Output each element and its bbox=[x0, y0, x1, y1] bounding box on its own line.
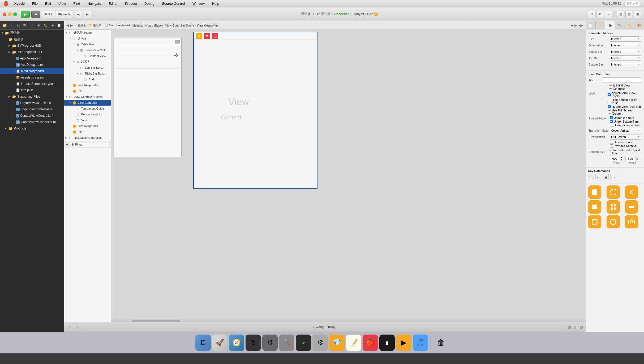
sidebar-item-supporting[interactable]: ▶ 📂 Supporting Files bbox=[0, 93, 64, 100]
status-bar-select[interactable]: Inferred▼ bbox=[610, 49, 641, 54]
adjust-scroll-checkbox[interactable] bbox=[608, 93, 611, 96]
size-select[interactable]: Inferred▼ bbox=[610, 36, 641, 42]
stop-button[interactable]: ■ bbox=[31, 11, 40, 18]
scene-item-tongxunlu-scene[interactable]: ▼ ◻ 通讯录 Scene bbox=[64, 30, 111, 36]
scene-item-first-responder-2[interactable]: ⬤ First Responder bbox=[64, 123, 111, 129]
full-screen-checkbox[interactable] bbox=[608, 110, 611, 114]
menu-product[interactable]: Product bbox=[123, 1, 139, 6]
sidebar-item-root[interactable]: ▼ 📁 通讯录 bbox=[0, 30, 64, 36]
hide-bottom-checkbox[interactable] bbox=[608, 100, 611, 103]
breadcrumb-nav-left[interactable]: ◀ bbox=[571, 23, 573, 27]
sidebar-folder-btn[interactable]: 📁 bbox=[2, 23, 8, 28]
top-bar-select[interactable]: Inferred▼ bbox=[610, 55, 641, 61]
warning-badge[interactable]: 3 bbox=[374, 12, 378, 16]
scene-item-exit-2[interactable]: ⬤ Exit bbox=[64, 129, 111, 135]
sidebar-test-btn[interactable]: ◉ bbox=[36, 23, 42, 28]
zoom-reset-btn[interactable]: ⊡ bbox=[580, 325, 583, 329]
toolbar-editor-version[interactable]: ↔ bbox=[605, 11, 612, 18]
icon-tile-strip[interactable] bbox=[625, 200, 638, 214]
h-any-btn[interactable]: h hAny bbox=[326, 325, 335, 329]
breadcrumb-item-5[interactable]: View Controller bbox=[197, 24, 218, 27]
outline-filter-btn[interactable]: ⚙ Filter bbox=[70, 142, 109, 147]
menu-xcode[interactable]: Xcode bbox=[13, 1, 26, 6]
minimize-btn[interactable] bbox=[8, 12, 12, 16]
sidebar-item-launchscreen[interactable]: 📋 LaunchScreen.storyboard bbox=[0, 81, 64, 87]
zoom-btn[interactable] bbox=[13, 12, 17, 16]
dock-app5[interactable]: ⚙ bbox=[262, 335, 278, 351]
expand-btn[interactable]: ▭ bbox=[175, 40, 180, 44]
scene-item-content-view[interactable]: ▢ Content View bbox=[64, 53, 111, 59]
canvas-icon-heart[interactable]: ❤ bbox=[204, 33, 210, 39]
icon-tile-dashed-rect[interactable] bbox=[607, 185, 620, 199]
sidebar-symbol-btn[interactable]: { } bbox=[15, 23, 22, 28]
icon-tile-square[interactable] bbox=[588, 185, 601, 199]
menu-help[interactable]: Help bbox=[211, 1, 221, 6]
breadcrumb-expand[interactable]: ◀▶ bbox=[578, 23, 583, 27]
dock-notes[interactable]: 📝 bbox=[346, 335, 361, 351]
scrollbar-thumb[interactable] bbox=[132, 320, 180, 322]
dock-settings[interactable]: ⚙ bbox=[312, 335, 328, 351]
toolbar-debug-panel[interactable]: ▥ bbox=[625, 11, 633, 18]
dock-trash[interactable]: 🗑 bbox=[433, 335, 449, 351]
width-input[interactable]: 600 bbox=[610, 156, 620, 161]
defines-context-checkbox[interactable] bbox=[610, 141, 613, 144]
dock-safari[interactable]: 🧭 bbox=[229, 335, 244, 351]
toolbar-nav-next[interactable]: ▶ bbox=[84, 11, 91, 18]
toolbar-right-panel[interactable]: ▦ bbox=[634, 11, 641, 18]
scene-item-vc-scene[interactable]: ▼ ◻ View Controller Scene bbox=[64, 94, 111, 100]
dock-terminal2[interactable]: ▮ bbox=[379, 335, 395, 351]
title-input[interactable] bbox=[602, 77, 641, 83]
dock-finder[interactable]: 🖥 bbox=[195, 335, 211, 351]
icon-tile-grid[interactable] bbox=[607, 200, 620, 214]
canvas-icon-star[interactable]: ⭐ bbox=[196, 33, 202, 39]
icon-toolbar-code[interactable]: {} bbox=[595, 174, 601, 180]
toolbar-editor-assistant[interactable]: ⊟ bbox=[596, 11, 604, 18]
rs-tab-attributes[interactable]: ⚡ bbox=[596, 21, 606, 29]
apple-menu[interactable]: 🍎 bbox=[3, 1, 8, 6]
transition-select[interactable]: Cover Vertical▼ bbox=[610, 128, 641, 133]
right-scene-frame[interactable]: ⭐ ❤ 📕 View Content bbox=[193, 32, 317, 189]
sidebar-item-products[interactable]: ▶ 📂 Products bbox=[0, 125, 64, 132]
breadcrumb-item-3[interactable]: Main.storyboard (Base) bbox=[132, 24, 163, 27]
dock-pp[interactable]: 🍎 bbox=[363, 335, 378, 351]
breadcrumb-item-1[interactable]: 📂 通讯录 bbox=[88, 23, 102, 27]
scene-item-right-bar[interactable]: ▼ ▢ Right Bar Butt... bbox=[64, 71, 111, 76]
icon-tile-back[interactable] bbox=[625, 185, 638, 199]
device-btn[interactable]: □ bbox=[572, 325, 574, 329]
scene-item-tongxunlu-vc[interactable]: ▼ ◻ 通讯录 bbox=[64, 36, 111, 41]
menu-file[interactable]: File bbox=[31, 1, 39, 6]
sidebar-search-btn[interactable]: 🔍 bbox=[22, 23, 28, 28]
breadcrumb-item-0[interactable]: 通讯录 bbox=[77, 23, 86, 27]
under-opaque-checkbox[interactable] bbox=[610, 124, 613, 127]
dock-app14[interactable]: 🎵 bbox=[413, 335, 428, 351]
dock-launchpad[interactable]: 🚀 bbox=[212, 335, 227, 351]
sidebar-item-assets[interactable]: 📦 Assets.xcassets bbox=[0, 74, 64, 81]
sidebar-item-group[interactable]: ▼ 📂 通讯录 bbox=[0, 36, 64, 42]
sidebar-item-main-storyboard[interactable]: 📋 Main.storyboard bbox=[0, 68, 64, 74]
breadcrumb-item-2[interactable]: 📋 Main.storyboard bbox=[104, 24, 130, 27]
scheme-selector[interactable]: 通讯录 iPhone 6s bbox=[42, 11, 73, 18]
sidebar-item-contactvc-h[interactable]: h ContactViewController.h bbox=[0, 112, 64, 119]
scene-item-top-layout[interactable]: ▢ Top Layout Guide bbox=[64, 106, 111, 111]
breadcrumb-nav-right[interactable]: ▶ bbox=[574, 23, 577, 27]
sidebar-breakpoints-btn[interactable]: ◆ bbox=[49, 23, 56, 28]
under-top-checkbox[interactable] bbox=[610, 116, 613, 119]
dock-terminal[interactable]: > bbox=[296, 335, 311, 351]
sidebar-item-loginvc-m[interactable]: m LoginViewController.m bbox=[0, 106, 64, 112]
canvas-scrollbar[interactable] bbox=[111, 319, 586, 322]
menu-editor[interactable]: Editor bbox=[107, 1, 119, 6]
close-btn[interactable] bbox=[3, 12, 6, 16]
run-button[interactable]: ▶ bbox=[21, 11, 30, 18]
sidebar-item-mbprogress[interactable]: ▶ 📂 MBProgressHUD bbox=[0, 49, 64, 55]
height-input[interactable]: 800 bbox=[626, 156, 635, 161]
rs-tab-size[interactable]: 🔧 bbox=[615, 21, 625, 29]
menu-debug[interactable]: Debug bbox=[143, 1, 156, 6]
scene-item-view-controller[interactable]: ▼ ⬤ View Controller bbox=[64, 100, 111, 106]
scene-item-left-bar[interactable]: ▢ Left Bar Butt... bbox=[64, 65, 111, 71]
menu-view[interactable]: View bbox=[57, 1, 67, 6]
sidebar-issues-btn[interactable]: ⚠ bbox=[29, 23, 35, 28]
search-input-menu[interactable]: 搜狗拼音 bbox=[624, 1, 641, 6]
breadcrumb-nav-forward[interactable]: ▶ bbox=[70, 23, 73, 27]
canvas-icon-book[interactable]: 📕 bbox=[212, 33, 218, 39]
scene-item-first-responder-1[interactable]: ⬤ First Responder bbox=[64, 82, 111, 88]
